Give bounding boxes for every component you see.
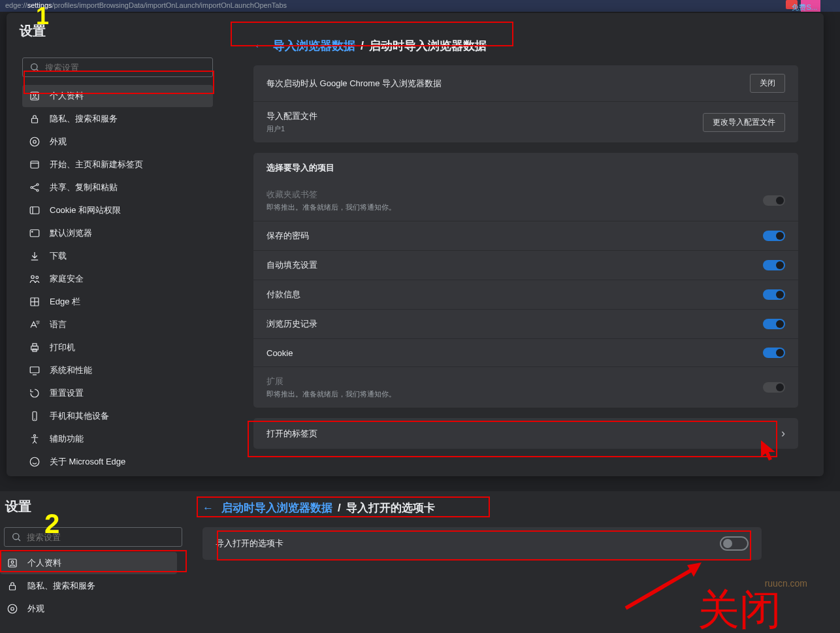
svg-point-11 bbox=[37, 189, 39, 191]
download-icon bbox=[29, 250, 40, 262]
svg-point-6 bbox=[33, 140, 37, 144]
annotation-2: 2 bbox=[44, 508, 59, 540]
about-icon bbox=[29, 456, 40, 468]
sidebar-2: 个人资料隐私、搜索和服务外观 bbox=[0, 527, 186, 621]
chevron-right-icon: › bbox=[781, 427, 785, 440]
reset-icon bbox=[29, 387, 40, 399]
sidebar-item-eye[interactable]: 外观 bbox=[0, 598, 177, 620]
row-label: 浏览历史记录 bbox=[267, 318, 317, 330]
sidebar-item-printer[interactable]: 打印机 bbox=[22, 336, 213, 359]
sidebar-item-eye[interactable]: 外观 bbox=[22, 131, 213, 153]
close-button[interactable]: 关闭 bbox=[750, 74, 785, 93]
sidebar-item-a11y[interactable]: 辅助功能 bbox=[22, 428, 213, 450]
import-item-row: 自动填充设置 bbox=[253, 250, 798, 280]
import-item-row: 付款信息 bbox=[253, 280, 798, 309]
breadcrumb-link[interactable]: 启动时导入浏览器数据 bbox=[221, 500, 332, 515]
toggle[interactable] bbox=[763, 319, 785, 329]
sidebar-item-label: 个人资料 bbox=[50, 90, 84, 102]
sidebar-item-label: 重置设置 bbox=[50, 387, 84, 399]
change-profile-button[interactable]: 更改导入配置文件 bbox=[703, 113, 785, 132]
svg-point-20 bbox=[36, 276, 39, 279]
sidebar-item-label: 下载 bbox=[50, 250, 67, 262]
settings-panel-1: 设置 个人资料隐私、搜索和服务外观开始、主页和新建标签页共享、复制和粘贴Cook… bbox=[7, 13, 824, 476]
sidebar-item-label: Cookie 和网站权限 bbox=[50, 204, 121, 216]
row-label: 打开的标签页 bbox=[267, 428, 317, 440]
edge-icon bbox=[29, 296, 40, 308]
sidebar-item-label: 手机和其他设备 bbox=[50, 410, 109, 422]
sidebar-item-profile[interactable]: 个人资料 bbox=[0, 552, 177, 574]
sidebar-item-lang[interactable]: 字语言 bbox=[22, 314, 213, 336]
sidebar-item-phone[interactable]: 手机和其他设备 bbox=[22, 405, 213, 427]
svg-point-38 bbox=[11, 561, 14, 564]
sidebar-item-share[interactable]: 共享、复制和粘贴 bbox=[22, 176, 213, 199]
svg-point-0 bbox=[31, 64, 37, 70]
svg-rect-39 bbox=[10, 585, 16, 590]
sidebar-item-label: 共享、复制和粘贴 bbox=[50, 182, 118, 193]
sidebar-item-profile[interactable]: 个人资料 bbox=[22, 85, 213, 107]
toggle[interactable] bbox=[763, 231, 785, 241]
sidebar-item-label: 家庭安全 bbox=[50, 273, 84, 285]
sidebar: 个人资料隐私、搜索和服务外观开始、主页和新建标签页共享、复制和粘贴Cookie … bbox=[13, 48, 222, 471]
sidebar-item-cookie[interactable]: Cookie 和网站权限 bbox=[22, 199, 213, 221]
svg-point-33 bbox=[34, 434, 36, 436]
import-item-row: 保存的密码 bbox=[253, 221, 798, 250]
browser-icon bbox=[29, 227, 40, 239]
import-config-card: 每次启动时从 Google Chrome 导入浏览器数据 关闭 导入配置文件 用… bbox=[253, 65, 798, 142]
breadcrumb-link[interactable]: 导入浏览器数据 bbox=[273, 38, 355, 54]
lock-icon bbox=[7, 580, 18, 592]
back-button[interactable]: ← bbox=[202, 502, 214, 515]
search-settings[interactable] bbox=[4, 527, 182, 547]
home-icon bbox=[29, 159, 40, 170]
sidebar-item-system[interactable]: 系统和性能 bbox=[22, 359, 213, 381]
row-label: 扩展 bbox=[267, 376, 396, 387]
family-icon bbox=[29, 273, 40, 285]
sidebar-item-home[interactable]: 开始、主页和新建标签页 bbox=[22, 154, 213, 176]
cursor-annotation bbox=[760, 439, 779, 463]
sidebar-item-label: 系统和性能 bbox=[50, 365, 92, 376]
toggle[interactable] bbox=[763, 348, 785, 358]
sidebar-item-reset[interactable]: 重置设置 bbox=[22, 382, 213, 404]
main-content-2: ← 启动时导入浏览器数据 / 导入打开的选项卡 导入打开的选项卡 bbox=[196, 496, 768, 570]
svg-line-42 bbox=[626, 570, 691, 608]
breadcrumb: ← 启动时导入浏览器数据 / 导入打开的选项卡 bbox=[202, 496, 762, 519]
sidebar-item-download[interactable]: 下载 bbox=[22, 245, 213, 267]
page-title: 设置 bbox=[5, 498, 31, 515]
a11y-icon bbox=[29, 433, 40, 445]
search-input[interactable] bbox=[45, 63, 206, 73]
cookie-icon bbox=[29, 204, 40, 216]
toggle[interactable] bbox=[763, 289, 785, 300]
row-sublabel: 用户1 bbox=[267, 124, 317, 134]
sidebar-item-label: 隐私、搜索和服务 bbox=[50, 113, 118, 125]
import-items-card: 选择要导入的项目 收藏夹或书签即将推出。准备就绪后，我们将通知你。保存的密码自动… bbox=[253, 153, 798, 408]
profile-icon bbox=[29, 90, 40, 102]
sidebar-item-lock[interactable]: 隐私、搜索和服务 bbox=[0, 575, 177, 597]
phone-icon bbox=[29, 410, 40, 422]
search-settings[interactable] bbox=[22, 57, 213, 77]
svg-point-35 bbox=[13, 534, 19, 540]
sidebar-item-family[interactable]: 家庭安全 bbox=[22, 268, 213, 290]
svg-rect-14 bbox=[30, 207, 39, 214]
annotation-text: 关闭 bbox=[698, 581, 781, 633]
toggle-import-open-tabs[interactable] bbox=[720, 536, 749, 551]
row-label: 自动填充设置 bbox=[267, 259, 317, 271]
sidebar-item-label: 外观 bbox=[50, 136, 67, 148]
profile-icon bbox=[7, 557, 18, 569]
open-tabs-card[interactable]: 打开的标签页 › bbox=[253, 418, 798, 449]
sidebar-item-about[interactable]: 关于 Microsoft Edge bbox=[22, 451, 213, 473]
sidebar-item-edge[interactable]: Edge 栏 bbox=[22, 291, 213, 313]
svg-line-12 bbox=[33, 185, 37, 187]
toggle[interactable] bbox=[763, 260, 785, 270]
svg-point-19 bbox=[31, 276, 35, 279]
toggle bbox=[763, 195, 785, 206]
row-label: 每次启动时从 Google Chrome 导入浏览器数据 bbox=[267, 78, 442, 89]
tab-label[interactable]: 免费S... bbox=[792, 3, 817, 12]
sidebar-item-browser[interactable]: 默认浏览器 bbox=[22, 222, 213, 244]
svg-line-36 bbox=[18, 539, 20, 541]
svg-line-13 bbox=[33, 188, 37, 190]
svg-point-41 bbox=[11, 608, 14, 611]
sidebar-item-label: 隐私、搜索和服务 bbox=[27, 580, 95, 592]
arrow-annotation bbox=[619, 562, 704, 615]
sidebar-item-lock[interactable]: 隐私、搜索和服务 bbox=[22, 108, 213, 130]
share-icon bbox=[29, 182, 40, 193]
back-button[interactable]: ← bbox=[253, 39, 265, 53]
